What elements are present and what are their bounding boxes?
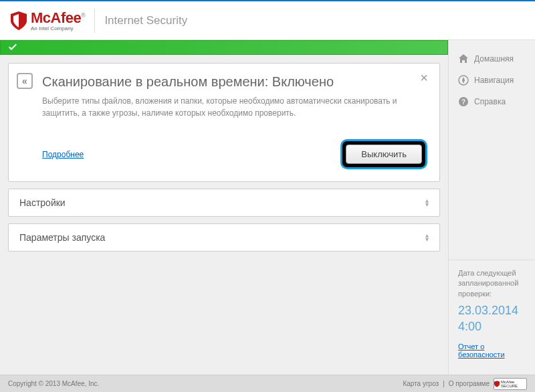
copyright: Copyright © 2013 McAfee, Inc.: [8, 380, 99, 387]
logo: McAfee® An Intel Company: [11, 9, 85, 31]
app-window: McAfee® An Intel Company Internet Securi…: [0, 0, 535, 392]
body: « × Сканирование в реальном времени: Вкл…: [0, 40, 535, 375]
sidebar-item-navigation[interactable]: Навигация: [449, 70, 535, 91]
compass-icon: [458, 75, 469, 86]
back-button[interactable]: «: [17, 73, 33, 89]
sidebar-bottom: Дата следующей запланированной проверки:…: [449, 260, 535, 367]
disable-button[interactable]: Выключить: [346, 144, 422, 164]
main-area: « × Сканирование в реальном времени: Вкл…: [0, 40, 448, 375]
brand-tagline: An Intel Company: [31, 25, 85, 31]
shield-icon: [494, 380, 500, 388]
header-divider: [94, 9, 95, 33]
next-scan-label: Дата следующей запланированной проверки:: [458, 268, 526, 299]
sidebar-item-help[interactable]: ? Справка: [449, 91, 535, 112]
secure-badge-text: McAfee SECURE: [501, 380, 526, 388]
brand-name: McAfee®: [31, 9, 85, 27]
accordion-settings[interactable]: Настройки ▴▾: [8, 189, 440, 217]
double-chevron-left-icon: «: [22, 76, 27, 86]
sidebar: Домашняя Навигация ? Справка Дата следую…: [448, 40, 535, 375]
help-icon: ?: [458, 96, 469, 107]
sidebar-item-label: Навигация: [474, 76, 514, 85]
threat-map-link[interactable]: Карта угроз: [403, 380, 439, 387]
chevron-updown-icon: ▴▾: [425, 233, 429, 241]
close-icon: ×: [420, 70, 428, 85]
next-scan-date: 23.03.2014 4:00: [458, 303, 526, 334]
button-highlight: Выключить: [340, 139, 427, 169]
close-button[interactable]: ×: [418, 72, 430, 84]
content-wrapper: « × Сканирование в реальном времени: Вкл…: [0, 55, 448, 260]
sidebar-item-label: Справка: [474, 97, 506, 106]
accordion-label: Настройки: [19, 197, 66, 208]
sidebar-item-label: Домашняя: [474, 54, 514, 64]
chevron-updown-icon: ▴▾: [425, 199, 429, 207]
header: McAfee® An Intel Company Internet Securi…: [0, 1, 535, 40]
shield-icon: [11, 11, 27, 30]
status-bar: [0, 40, 448, 55]
svg-text:?: ?: [461, 98, 465, 106]
checkmark-icon: [7, 42, 18, 53]
security-report-link[interactable]: Отчет о безопасности: [458, 342, 526, 359]
accordion-startup[interactable]: Параметры запуска ▴▾: [8, 223, 440, 252]
product-name: Internet Security: [104, 14, 187, 27]
footer: Copyright © 2013 McAfee, Inc. Карта угро…: [0, 375, 535, 392]
panel-description: Выберите типы файлов, вложения и папки, …: [42, 95, 427, 119]
panel-title: Сканирование в реальном времени: Включен…: [42, 74, 427, 90]
accordion-label: Параметры запуска: [19, 232, 105, 243]
home-icon: [458, 54, 469, 64]
realtime-scan-panel: « × Сканирование в реальном времени: Вкл…: [8, 63, 440, 182]
sidebar-item-home[interactable]: Домашняя: [449, 48, 535, 70]
about-link[interactable]: О программе: [449, 380, 490, 387]
secure-badge: McAfee SECURE: [494, 378, 527, 390]
more-link[interactable]: Подробнее: [42, 150, 84, 159]
panel-actions: Подробнее Выключить: [42, 139, 427, 169]
